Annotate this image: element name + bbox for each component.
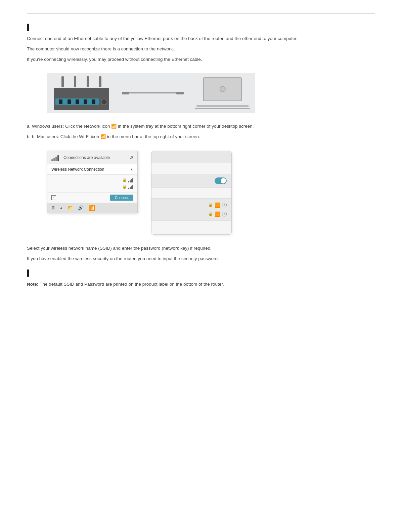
taskbar-up-arrow: ▲ (60, 206, 63, 209)
bookmark-icon-1: ▌ (27, 24, 375, 31)
mac-lock-icon-2: 🔒 (208, 212, 213, 216)
para-ethernet-3: If you're connecting wirelessly, you may… (27, 56, 346, 64)
wifi-signal-icon (51, 154, 61, 161)
para-select-network: Select your wireless network name (SSID)… (27, 245, 346, 252)
win-network-item-2: 🔒 (51, 183, 133, 190)
mac-panel-row-2 (151, 163, 231, 174)
win-popup-header: Connections are available ↺ (47, 151, 137, 164)
para-windows: Windows users: Click the Network icon (32, 124, 110, 129)
mac-wifi-toggle-row: Wi-Fi (151, 174, 231, 188)
taskbar-network-icon: 🖥 (51, 205, 55, 210)
mac-wifi-toggle[interactable] (215, 177, 227, 184)
para-mac-b: in the menu bar at the top right of your… (107, 134, 200, 139)
signal-bars-2 (128, 185, 133, 189)
page-container: ▌ Connect one end of an Ethernet cable t… (0, 0, 402, 316)
network-icon-inline: 📶 (111, 124, 117, 129)
win-checkbox-row: ✓ Connect (47, 192, 137, 203)
cable-diagram (109, 92, 196, 94)
refresh-icon: ↺ (129, 155, 133, 160)
router-diagram (54, 76, 109, 110)
win-taskbar: 🖥 ▲ 📂 🔊 📶 (47, 203, 137, 213)
laptop-diagram (196, 76, 249, 110)
lock-icon-1: 🔒 (122, 178, 127, 182)
mac-lock-icon-1: 🔒 (208, 203, 213, 207)
bookmark-icon-2: ▌ (27, 270, 375, 277)
mac-network-item-1: 🔒 📶 i (208, 201, 227, 209)
note-text: The default SSID and Password are printe… (40, 282, 224, 287)
connections-available-text: Connections are available (63, 155, 110, 160)
bottom-rule (27, 302, 375, 302)
diagram-section (47, 73, 255, 113)
para-mac-intro: b. b. Mac users: Click the Wi-Fi icon 📶 … (27, 133, 346, 141)
step-label: a. (27, 124, 32, 129)
mac-panel-row-4 (151, 188, 231, 199)
mac-panel-row-top (151, 151, 231, 163)
section-2: ▌ Note: The default SSID and Password ar… (27, 270, 375, 288)
lock-icon-2: 🔒 (122, 185, 127, 189)
para-note: Note: The default SSID and Password are … (27, 281, 346, 288)
para-windows-b: in the system tray at the bottom right c… (118, 124, 254, 129)
connect-automatically-checkbox[interactable]: ✓ (51, 195, 56, 200)
win-connections-label: Connections are available (51, 154, 110, 161)
step-label-b: b. (27, 134, 32, 139)
signal-bars-1 (128, 178, 133, 182)
note-label: Note: (27, 282, 40, 287)
mac-wifi-icon-2: 📶 (215, 211, 220, 217)
mac-info-icon-1[interactable]: i (222, 203, 227, 207)
taskbar-folder-icon: 📂 (68, 205, 73, 210)
windows-network-popup: Connections are available ↺ Wireless Net… (47, 151, 138, 213)
mac-network-list-row: 🔒 📶 i 🔒 📶 i (151, 199, 231, 221)
mac-toggle-knob (221, 178, 226, 183)
win-networks-list: 🔒 🔒 (47, 175, 137, 192)
para-mac: b. Mac users: Click the Wi-Fi icon (32, 134, 99, 139)
top-rule (27, 13, 375, 14)
arrow-up-icon: ▲ (130, 167, 133, 171)
mac-network-item-2: 🔒 📶 i (208, 210, 227, 218)
para-ethernet-1: Connect one end of an Ethernet cable to … (27, 35, 346, 43)
wifi-icon-inline: 📶 (100, 134, 106, 139)
win-network-item-1: 🔒 (51, 177, 133, 183)
taskbar-wifi-active-icon: 📶 (88, 205, 95, 211)
mac-panel-row-bottom (151, 221, 231, 234)
mac-info-icon-2[interactable]: i (222, 212, 227, 216)
para-wireless-intro: a. Windows users: Click the Network icon… (27, 123, 346, 130)
wireless-network-connection-label: Wireless Network Connection (51, 167, 104, 172)
win-wireless-section: Wireless Network Connection ▲ (47, 164, 137, 175)
mac-network-panel: Wi-Fi 🔒 📶 i 🔒 📶 i (151, 151, 232, 235)
mac-wifi-icon-1: 📶 (215, 202, 220, 208)
taskbar-volume-icon: 🔊 (78, 205, 84, 210)
para-security: If you have enabled the wireless securit… (27, 255, 346, 263)
screenshots-row: Connections are available ↺ Wireless Net… (47, 151, 375, 235)
para-ethernet-2: The computer should now recognize there … (27, 45, 346, 53)
connect-button[interactable]: Connect (110, 195, 133, 201)
